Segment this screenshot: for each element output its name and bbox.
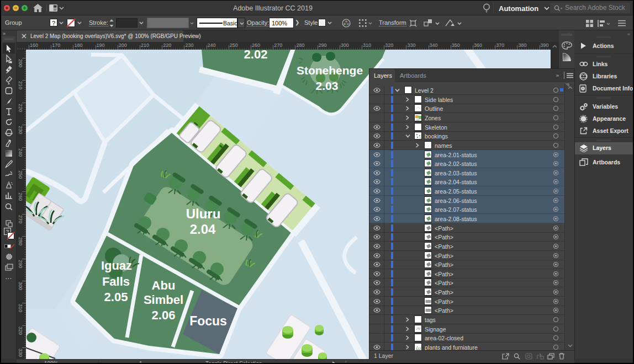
svg-text:Abu: Abu (152, 279, 176, 292)
svg-text:Focus: Focus (189, 314, 227, 328)
svg-text:2.03: 2.03 (316, 79, 339, 92)
svg-text:2.05: 2.05 (104, 290, 128, 304)
svg-text:Iguaz: Iguaz (101, 259, 132, 272)
svg-text:Stonehenge: Stonehenge (297, 64, 363, 77)
svg-text:Simbel: Simbel (144, 293, 183, 307)
svg-text:Uluru: Uluru (186, 206, 221, 221)
svg-text:2.06: 2.06 (152, 308, 176, 322)
svg-text:Falls: Falls (102, 275, 130, 288)
svg-text:2.02: 2.02 (244, 50, 268, 61)
svg-text:2.04: 2.04 (190, 222, 216, 237)
